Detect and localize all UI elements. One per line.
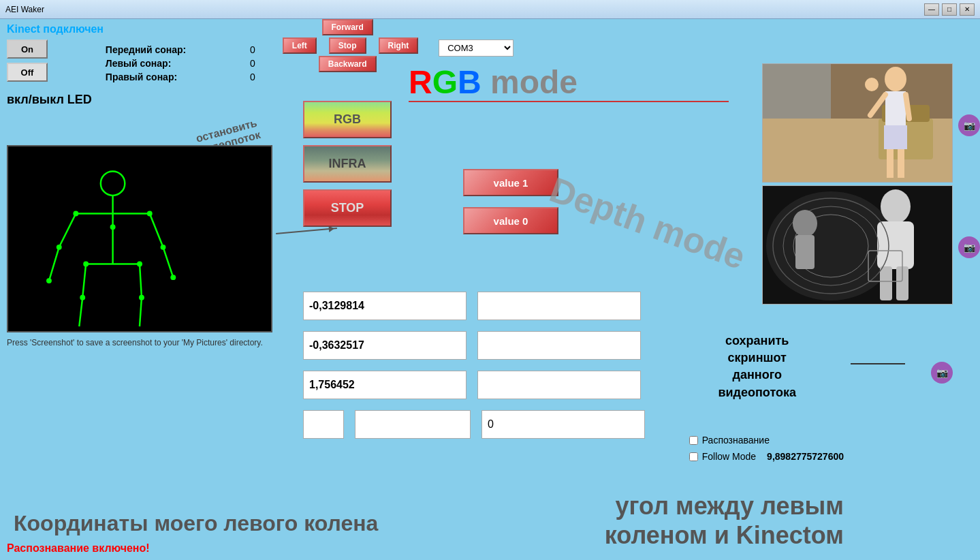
rgb-mode-button[interactable]: RGB [303, 101, 392, 138]
svg-point-47 [793, 210, 817, 237]
rgb-b-letter: B [458, 64, 481, 100]
forward-button[interactable]: Forward [322, 19, 373, 35]
camera-bottom-container: 📷 [762, 185, 953, 305]
rgb-r-letter: R [409, 64, 432, 100]
svg-line-35 [906, 95, 909, 119]
value-buttons: value 1 value 0 [463, 169, 558, 234]
bottom-label-left: Координаты моего левого колена [14, 511, 378, 536]
com-port-select[interactable]: COM3 COM1 COM2 COM4 [439, 40, 513, 57]
svg-point-19 [170, 275, 176, 280]
off-button[interactable]: Off [7, 63, 48, 82]
svg-point-18 [46, 278, 52, 283]
data-field-4-small[interactable] [303, 410, 344, 439]
save-camera-icon: 📷 [936, 367, 948, 378]
com-port-select-container: COM3 COM1 COM2 COM4 [439, 40, 513, 57]
rgb-mode-title: RGB mode [409, 63, 578, 101]
svg-point-14 [73, 211, 78, 217]
svg-point-16 [57, 245, 62, 250]
sonar-right-value: 0 [250, 72, 255, 82]
connection-status: Kinect подключен [7, 23, 973, 35]
left-button[interactable]: Left [283, 37, 317, 54]
rgb-g-letter: G [432, 64, 458, 100]
camera-top-screenshot-button[interactable]: 📷 [958, 114, 980, 136]
close-button[interactable]: ✕ [960, 3, 975, 16]
stop-annotation-arrow [276, 228, 337, 234]
svg-rect-28 [763, 64, 831, 119]
svg-rect-41 [880, 266, 892, 300]
camera-top-svg [763, 64, 953, 183]
svg-line-11 [140, 264, 142, 297]
data-field-4-medium[interactable] [355, 410, 471, 439]
data-field-4-right[interactable] [481, 410, 645, 439]
infra-mode-button[interactable]: INFRA [303, 145, 392, 183]
camera-icon: 📷 [964, 120, 975, 131]
svg-point-29 [885, 67, 906, 91]
svg-point-17 [161, 245, 166, 250]
titlebar-title: AEI Waker [5, 5, 44, 14]
svg-line-9 [82, 264, 86, 297]
checkbox-area: Распознавание Follow Mode 9,898277572760… [689, 435, 844, 467]
svg-line-10 [79, 298, 82, 326]
svg-point-20 [83, 262, 89, 267]
camera-bottom-image [762, 185, 953, 305]
svg-line-12 [140, 298, 142, 326]
recognition-checkbox[interactable] [689, 436, 698, 445]
save-line [851, 363, 905, 364]
data-field-2-left[interactable] [303, 331, 467, 360]
save-screenshot-button[interactable]: 📷 [931, 362, 953, 384]
camera-panel: 📷 [762, 63, 953, 305]
svg-line-6 [163, 247, 173, 277]
backward-button[interactable]: Backward [319, 56, 377, 72]
on-button[interactable]: On [7, 40, 48, 59]
data-row-2 [303, 331, 645, 360]
svg-line-5 [150, 214, 163, 247]
save-screenshot-label: сохранить скриншот данного видеопотока [718, 332, 796, 401]
svg-point-23 [139, 295, 144, 300]
sonar-right-row: Правый сонар: 0 [106, 70, 255, 84]
data-row-4 [303, 410, 645, 439]
svg-point-22 [80, 295, 85, 300]
camera-bottom-svg [763, 186, 953, 305]
maximize-button[interactable]: □ [942, 3, 957, 16]
svg-point-36 [865, 78, 879, 91]
svg-rect-33 [898, 149, 904, 178]
data-field-1-right[interactable] [477, 292, 641, 320]
sonar-right-label: Правый сонар: [106, 72, 177, 82]
follow-mode-label: Follow Mode [702, 451, 756, 462]
bottom-label-right: угол между левым коленом и Kinectом [605, 491, 844, 550]
recognition-label: Распознавание [702, 435, 770, 446]
data-field-2-right[interactable] [477, 331, 641, 360]
minimize-button[interactable]: — [924, 3, 939, 16]
right-button[interactable]: Right [379, 37, 419, 54]
camera-top-image [762, 63, 953, 183]
svg-rect-30 [885, 91, 906, 129]
value0-button[interactable]: value 0 [463, 207, 558, 234]
svg-point-15 [147, 211, 153, 217]
follow-mode-checkbox-row: Follow Mode 9,8982775727600 [689, 451, 844, 462]
svg-line-4 [49, 247, 59, 281]
data-field-3-left[interactable] [303, 371, 467, 399]
mode-buttons: RGB INFRA STOP [303, 101, 392, 227]
follow-mode-checkbox[interactable] [689, 452, 698, 461]
stop-mode-button[interactable]: STOP [303, 189, 392, 227]
led-label: вкл/выкл LED [7, 93, 92, 107]
direction-controls: Forward Left Stop Right Backward [283, 19, 418, 72]
value1-button[interactable]: value 1 [463, 169, 558, 196]
on-off-controls: On Off вкл/выкл LED [7, 40, 92, 107]
sonar-section: Передний сонар: 0 Левый сонар: 0 Правый … [106, 43, 255, 84]
stop-button[interactable]: Stop [329, 37, 366, 54]
skeleton-panel [7, 145, 272, 332]
recognition-checkbox-row: Распознавание [689, 435, 844, 446]
camera-bottom-screenshot-button[interactable]: 📷 [958, 236, 980, 258]
skeleton-svg [8, 146, 271, 331]
follow-mode-value: 9,8982775727600 [767, 451, 844, 462]
main-content: Kinect подключен On Off вкл/выкл LED Пер… [0, 19, 980, 560]
sonar-front-row: Передний сонар: 0 [106, 43, 255, 57]
camera-top-container: 📷 [762, 63, 953, 183]
sonar-left-row: Левый сонар: 0 [106, 57, 255, 70]
svg-point-38 [766, 191, 896, 300]
data-field-1-left[interactable] [303, 292, 467, 320]
sonar-left-label: Левый сонар: [106, 58, 171, 69]
svg-rect-40 [877, 221, 914, 269]
data-field-3-right[interactable] [477, 371, 641, 399]
